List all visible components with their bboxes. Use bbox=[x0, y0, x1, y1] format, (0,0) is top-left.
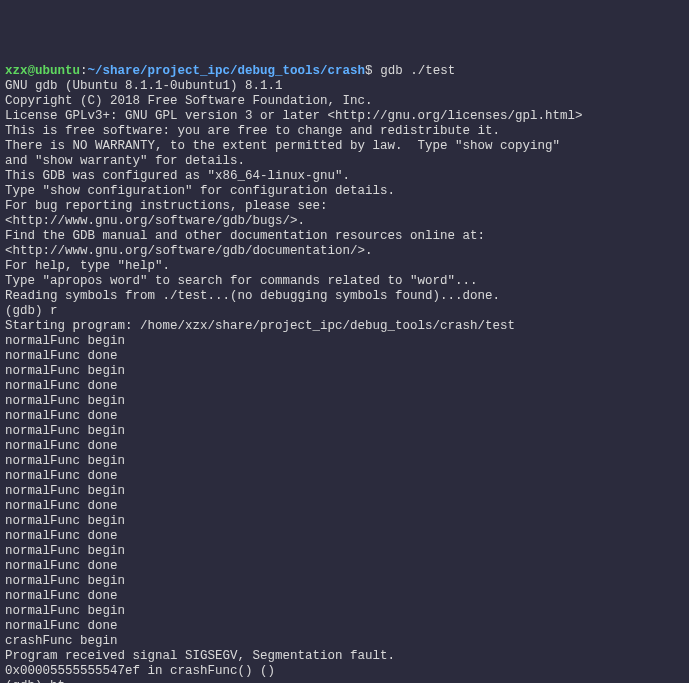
output-line: 0x00005555555547ef in crashFunc() () bbox=[5, 664, 684, 679]
output-line: normalFunc begin bbox=[5, 454, 684, 469]
output-line: <http://www.gnu.org/software/gdb/bugs/>. bbox=[5, 214, 684, 229]
output-line: normalFunc begin bbox=[5, 424, 684, 439]
prompt-line: xzx@ubuntu:~/share/project_ipc/debug_too… bbox=[5, 64, 684, 79]
output-line: normalFunc begin bbox=[5, 514, 684, 529]
output-line: normalFunc done bbox=[5, 349, 684, 364]
output-line: normalFunc done bbox=[5, 529, 684, 544]
output-line: Find the GDB manual and other documentat… bbox=[5, 229, 684, 244]
prompt-host: ubuntu bbox=[35, 64, 80, 78]
output-line: normalFunc begin bbox=[5, 604, 684, 619]
output-line: crashFunc begin bbox=[5, 634, 684, 649]
output-line: normalFunc done bbox=[5, 559, 684, 574]
prompt-user: xzx bbox=[5, 64, 28, 78]
output-line: normalFunc begin bbox=[5, 574, 684, 589]
prompt-colon: : bbox=[80, 64, 88, 78]
terminal-output: GNU gdb (Ubuntu 8.1.1-0ubuntu1) 8.1.1Cop… bbox=[5, 79, 684, 683]
output-line: normalFunc begin bbox=[5, 364, 684, 379]
output-line: normalFunc begin bbox=[5, 394, 684, 409]
terminal[interactable]: xzx@ubuntu:~/share/project_ipc/debug_too… bbox=[5, 64, 684, 683]
output-line: normalFunc begin bbox=[5, 544, 684, 559]
output-line: normalFunc done bbox=[5, 619, 684, 634]
output-line: normalFunc done bbox=[5, 439, 684, 454]
output-line: This GDB was configured as "x86_64-linux… bbox=[5, 169, 684, 184]
output-line: Reading symbols from ./test...(no debugg… bbox=[5, 289, 684, 304]
prompt-dollar: $ bbox=[365, 64, 373, 78]
output-line: (gdb) r bbox=[5, 304, 684, 319]
typed-command: gdb ./test bbox=[373, 64, 456, 78]
output-line: This is free software: you are free to c… bbox=[5, 124, 684, 139]
output-line: normalFunc begin bbox=[5, 484, 684, 499]
output-line: normalFunc done bbox=[5, 589, 684, 604]
output-line: Copyright (C) 2018 Free Software Foundat… bbox=[5, 94, 684, 109]
output-line: <http://www.gnu.org/software/gdb/documen… bbox=[5, 244, 684, 259]
output-line: normalFunc done bbox=[5, 379, 684, 394]
output-line: normalFunc begin bbox=[5, 334, 684, 349]
output-line: GNU gdb (Ubuntu 8.1.1-0ubuntu1) 8.1.1 bbox=[5, 79, 684, 94]
output-line: and "show warranty" for details. bbox=[5, 154, 684, 169]
output-line: Starting program: /home/xzx/share/projec… bbox=[5, 319, 684, 334]
output-line: Type "show configuration" for configurat… bbox=[5, 184, 684, 199]
output-line: (gdb) bt bbox=[5, 679, 684, 683]
output-line: There is NO WARRANTY, to the extent perm… bbox=[5, 139, 684, 154]
output-line: Program received signal SIGSEGV, Segment… bbox=[5, 649, 684, 664]
output-line: License GPLv3+: GNU GPL version 3 or lat… bbox=[5, 109, 684, 124]
output-line: normalFunc done bbox=[5, 469, 684, 484]
prompt-at: @ bbox=[28, 64, 36, 78]
output-line: normalFunc done bbox=[5, 409, 684, 424]
output-line: For help, type "help". bbox=[5, 259, 684, 274]
prompt-path: ~/share/project_ipc/debug_tools/crash bbox=[88, 64, 366, 78]
output-line: For bug reporting instructions, please s… bbox=[5, 199, 684, 214]
output-line: normalFunc done bbox=[5, 499, 684, 514]
output-line: Type "apropos word" to search for comman… bbox=[5, 274, 684, 289]
